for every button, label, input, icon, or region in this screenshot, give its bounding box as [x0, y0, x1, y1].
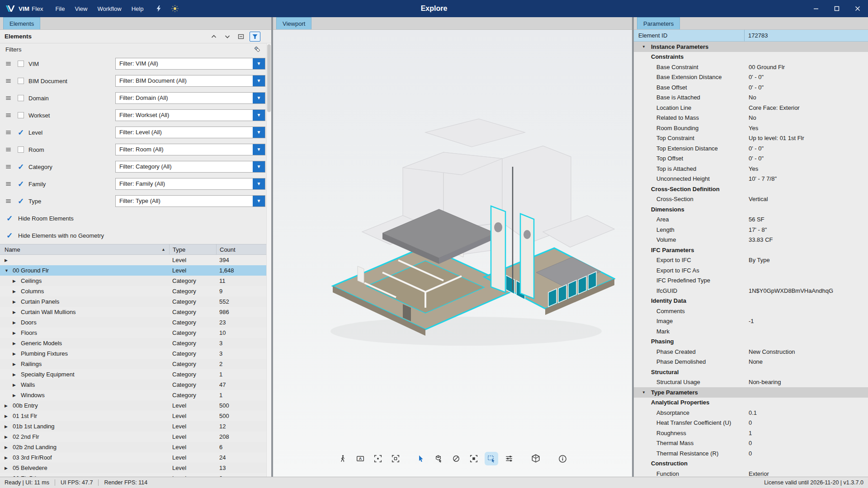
pointer-button[interactable] [414, 452, 428, 465]
expand-arrow-icon[interactable]: ▶ [13, 393, 19, 398]
filter-dropdown-category[interactable]: Filter: Category (All)▼ [115, 161, 265, 173]
dropdown-open-button[interactable]: ▼ [253, 58, 265, 69]
table-row-03-3rd-flr-roof[interactable]: ▶03 3rd Flr/RoofLevel24 [0, 452, 266, 463]
rect-select-button[interactable] [485, 452, 498, 465]
expand-arrow-icon[interactable]: ▶ [13, 310, 19, 314]
selection-settings-button[interactable] [502, 452, 516, 465]
filter-checkbox-room[interactable] [17, 145, 25, 154]
filter-options-button[interactable] [4, 59, 13, 68]
param-group-instance-parameters[interactable]: ▼Instance Parameters [634, 42, 868, 52]
tab-elements[interactable]: Elements [3, 17, 40, 29]
filter-checkbox-domain[interactable] [17, 94, 25, 102]
pick-object-button[interactable] [432, 452, 445, 465]
table-row-05-belvedere[interactable]: ▶05 BelvedereLevel13 [0, 463, 266, 473]
filter-checkbox-level[interactable]: ✓ [17, 128, 25, 136]
expand-arrow-icon[interactable]: ▶ [13, 331, 19, 335]
dropdown-open-button[interactable]: ▼ [253, 161, 265, 172]
expand-arrow-icon[interactable]: ▶ [13, 383, 19, 387]
expand-arrow-icon[interactable]: ▶ [5, 455, 11, 460]
table-row-00b-entry[interactable]: ▶00b EntryLevel500 [0, 400, 266, 411]
clear-selection-button[interactable] [449, 452, 463, 465]
table-row-06-flr-bthrm[interactable]: ▶06 Flr BthrmLevel3 [0, 473, 266, 477]
dropdown-open-button[interactable]: ▼ [253, 93, 265, 103]
viewport-3d[interactable]: A [273, 30, 632, 477]
option-hide-room-elements[interactable]: ✓Hide Room Elements [0, 210, 271, 227]
expand-arrow-icon[interactable]: ▶ [5, 435, 11, 439]
expand-arrow-icon[interactable]: ▶ [13, 289, 19, 294]
brightness-button[interactable] [168, 2, 182, 15]
dropdown-open-button[interactable]: ▼ [253, 127, 265, 138]
info-button[interactable] [556, 452, 569, 465]
filter-dropdown-room[interactable]: Filter: Room (All)▼ [115, 144, 265, 155]
table-row-02b-2nd-landing[interactable]: ▶02b 2nd LandingLevel6 [0, 442, 266, 452]
table-row-curtain-panels[interactable]: ▶Curtain PanelsCategory552 [0, 296, 266, 307]
filter-dropdown-type[interactable]: Filter: Type (All)▼ [115, 195, 265, 207]
expand-arrow-icon[interactable]: ▶ [5, 404, 11, 408]
table-row-unnamed[interactable]: ▶Level394 [0, 255, 266, 265]
3d-model[interactable] [290, 113, 615, 366]
expand-arrow-icon[interactable]: ▶ [5, 466, 11, 470]
section-box-button[interactable] [528, 450, 544, 467]
filter-toggle-button[interactable] [250, 32, 260, 42]
scrollbar-thumb[interactable] [267, 44, 271, 112]
expand-arrow-icon[interactable]: ▶ [13, 300, 19, 304]
expand-arrow-icon[interactable]: ▶ [5, 424, 11, 429]
dropdown-open-button[interactable]: ▼ [253, 110, 265, 121]
param-group-type-parameters[interactable]: ▼Type Parameters [634, 387, 868, 398]
filter-dropdown-family[interactable]: Filter: Family (All)▼ [115, 178, 265, 190]
dropdown-open-button[interactable]: ▼ [253, 196, 265, 206]
table-row-railings[interactable]: ▶RailingsCategory2 [0, 359, 266, 369]
filter-checkbox-bim-document[interactable] [17, 77, 25, 85]
expand-arrow-icon[interactable]: ▶ [13, 372, 19, 377]
filter-dropdown-domain[interactable]: Filter: Domain (All)▼ [115, 92, 265, 104]
move-down-button[interactable] [222, 32, 232, 42]
filter-options-button[interactable] [4, 76, 13, 85]
filter-dropdown-bim-document[interactable]: Filter: BIM Document (All)▼ [115, 75, 265, 87]
collapse-arrow-icon[interactable]: ▼ [5, 268, 11, 273]
table-row-windows[interactable]: ▶WindowsCategory1 [0, 390, 266, 400]
table-row-specialty-equipment[interactable]: ▶Specialty EquipmentCategory1 [0, 369, 266, 380]
table-row-ceilings[interactable]: ▶CeilingsCategory11 [0, 276, 266, 286]
dropdown-open-button[interactable]: ▼ [253, 144, 265, 155]
filter-dropdown-workset[interactable]: Filter: Workset (All)▼ [115, 109, 265, 121]
filter-options-button[interactable] [4, 111, 13, 120]
filter-checkbox-vim[interactable] [17, 60, 25, 68]
dropdown-open-button[interactable]: ▼ [253, 75, 265, 86]
expand-arrow-icon[interactable]: ▶ [13, 341, 19, 346]
scrollbar[interactable] [266, 43, 271, 477]
maximize-button[interactable] [826, 0, 847, 17]
collapse-all-button[interactable] [236, 32, 246, 42]
table-row-columns[interactable]: ▶ColumnsCategory9 [0, 286, 266, 296]
column-header-count[interactable]: Count [216, 244, 266, 254]
move-up-button[interactable] [209, 32, 219, 42]
table-row-floors[interactable]: ▶FloorsCategory10 [0, 328, 266, 338]
column-header-type[interactable]: Type [169, 244, 216, 254]
filter-checkbox-family[interactable]: ✓ [17, 180, 25, 188]
filter-checkbox-category[interactable]: ✓ [17, 163, 25, 171]
expand-arrow-icon[interactable]: ▶ [13, 320, 19, 325]
table-row-01-1st-flr[interactable]: ▶01 1st FlrLevel500 [0, 411, 266, 421]
close-button[interactable] [847, 0, 868, 17]
zoom-selection-button[interactable] [467, 452, 481, 465]
table-row-02-2nd-flr[interactable]: ▶02 2nd FlrLevel208 [0, 432, 266, 442]
option-checkbox-hide-elements-with-no-geometry[interactable]: ✓ [5, 231, 14, 239]
tab-viewport[interactable]: Viewport [276, 17, 311, 29]
filter-options-button[interactable] [4, 197, 13, 206]
expand-arrow-icon[interactable]: ▶ [5, 476, 11, 477]
fullscreen-button[interactable] [389, 452, 402, 465]
expand-arrow-icon[interactable]: ▶ [5, 445, 11, 450]
table-row-00-ground-flr[interactable]: ▼00 Ground FlrLevel1,648 [0, 265, 266, 276]
expand-arrow-icon[interactable]: ▶ [5, 414, 11, 418]
expand-arrow-icon[interactable]: ▶ [13, 352, 19, 356]
table-row-walls[interactable]: ▶WallsCategory47 [0, 380, 266, 390]
menu-workflow[interactable]: Workflow [92, 0, 126, 17]
menu-help[interactable]: Help [127, 0, 149, 17]
filter-dropdown-vim[interactable]: Filter: VIM (All)▼ [115, 58, 265, 70]
filter-dropdown-level[interactable]: Filter: Level (All)▼ [115, 127, 265, 138]
filter-checkbox-workset[interactable] [17, 111, 25, 119]
filter-checkbox-type[interactable]: ✓ [17, 197, 25, 205]
filter-options-button[interactable] [4, 128, 13, 137]
walk-button[interactable] [336, 452, 349, 465]
focus-button[interactable] [371, 452, 385, 465]
filter-options-button[interactable] [4, 179, 13, 188]
